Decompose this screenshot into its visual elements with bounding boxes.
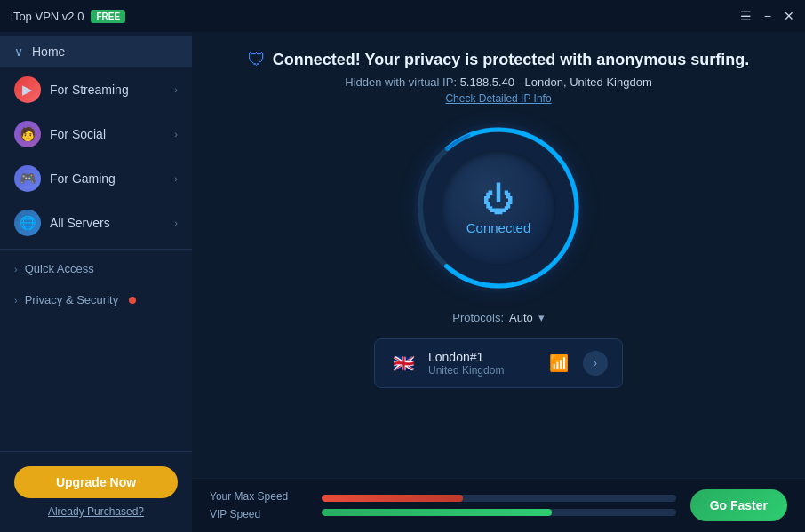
server-flag: 🇬🇧	[389, 353, 418, 373]
chevron-right-icon: ›	[174, 84, 178, 95]
chevron-right-icon: ›	[174, 129, 178, 139]
sidebar-item-all-servers[interactable]: 🌐 All Servers ›	[0, 201, 192, 245]
speed-section: Your Max Speed VIP Speed Go Faster	[192, 478, 805, 532]
server-name: London#1	[428, 350, 538, 364]
max-speed-fill	[322, 495, 463, 502]
sidebar-gaming-label: For Gaming	[50, 171, 116, 186]
protocols-label: Protocols:	[452, 311, 504, 324]
signal-strength-icon: 📶	[549, 353, 569, 373]
server-info: London#1 United Kingdom	[428, 350, 538, 377]
chevron-right-icon: ›	[174, 173, 178, 184]
close-button[interactable]: ✕	[784, 10, 794, 22]
sidebar: ∨ Home ▶ For Streaming › 🧑 For Social › …	[0, 32, 192, 532]
go-faster-button[interactable]: Go Faster	[690, 489, 787, 521]
chevron-down-icon: ▾	[538, 311, 545, 324]
check-ip-link[interactable]: Check Detailed IP Info	[445, 92, 551, 105]
menu-button[interactable]: ☰	[740, 10, 752, 22]
shield-check-icon: 🛡	[248, 50, 266, 70]
protocols-selector[interactable]: Protocols: Auto ▾	[452, 311, 545, 324]
server-country: United Kingdom	[428, 364, 538, 377]
sidebar-home-label: Home	[32, 44, 65, 59]
power-icon: ⏻	[482, 181, 514, 218]
main-content: 🛡 Connected! Your privacy is protected w…	[192, 32, 805, 532]
notification-dot	[129, 297, 136, 304]
sidebar-divider	[0, 249, 192, 250]
sidebar-item-social[interactable]: 🧑 For Social ›	[0, 112, 192, 156]
sidebar-item-privacy-security[interactable]: › Privacy & Security	[0, 284, 192, 315]
sidebar-servers-label: All Servers	[50, 216, 110, 230]
ip-value: 5.188.5.40 - London, United Kingdom	[460, 75, 652, 89]
protocols-value: Auto	[509, 311, 533, 324]
minimize-button[interactable]: −	[764, 10, 771, 22]
ip-label: Hidden with virtual IP:	[345, 75, 457, 89]
window-controls: ☰ − ✕	[740, 10, 794, 22]
app-title-area: iTop VPN v2.0 FREE	[11, 10, 125, 23]
chevron-right-icon: ›	[14, 295, 18, 306]
speed-bars	[322, 495, 676, 516]
ip-info: Hidden with virtual IP: 5.188.5.40 - Lon…	[345, 75, 651, 89]
power-inner-circle[interactable]: ⏻ Connected	[441, 150, 556, 266]
sidebar-streaming-label: For Streaming	[50, 83, 129, 97]
vip-speed-track	[322, 509, 676, 516]
server-card[interactable]: 🇬🇧 London#1 United Kingdom 📶 ›	[374, 338, 623, 388]
sidebar-item-home[interactable]: ∨ Home	[0, 36, 192, 67]
max-speed-label: Your Max Speed	[210, 490, 307, 503]
quick-access-label: Quick Access	[25, 262, 94, 275]
chevron-right-icon: ›	[174, 218, 178, 228]
upgrade-now-button[interactable]: Upgrade Now	[14, 466, 178, 498]
app-title: iTop VPN v2.0	[11, 10, 84, 23]
sidebar-item-streaming[interactable]: ▶ For Streaming ›	[0, 67, 192, 112]
status-banner: 🛡 Connected! Your privacy is protected w…	[248, 50, 749, 70]
titlebar: iTop VPN v2.0 FREE ☰ − ✕	[0, 0, 805, 32]
free-badge: FREE	[91, 10, 125, 23]
already-purchased-link[interactable]: Already Purchased?	[48, 505, 144, 518]
vip-speed-fill	[322, 509, 552, 516]
sidebar-item-quick-access[interactable]: › Quick Access	[0, 253, 192, 284]
app-body: ∨ Home ▶ For Streaming › 🧑 For Social › …	[0, 32, 805, 532]
servers-icon: 🌐	[14, 210, 41, 236]
power-button-container[interactable]: ⏻ Connected	[410, 119, 587, 297]
social-icon: 🧑	[14, 121, 41, 147]
vip-speed-label: VIP Speed	[210, 508, 307, 520]
chevron-right-icon: ›	[14, 264, 18, 274]
speed-labels: Your Max Speed VIP Speed	[210, 490, 307, 520]
gaming-icon: 🎮	[14, 165, 41, 192]
max-speed-track	[322, 495, 676, 502]
next-server-button[interactable]: ›	[583, 351, 608, 376]
power-state-label: Connected	[466, 220, 531, 235]
status-text: Connected! Your privacy is protected wit…	[273, 51, 749, 69]
streaming-icon: ▶	[14, 76, 41, 103]
sidebar-item-gaming[interactable]: 🎮 For Gaming ›	[0, 156, 192, 201]
sidebar-social-label: For Social	[50, 127, 106, 141]
privacy-security-label: Privacy & Security	[25, 293, 118, 306]
home-icon: ∨	[14, 44, 23, 59]
sidebar-bottom: Upgrade Now Already Purchased?	[0, 451, 192, 532]
